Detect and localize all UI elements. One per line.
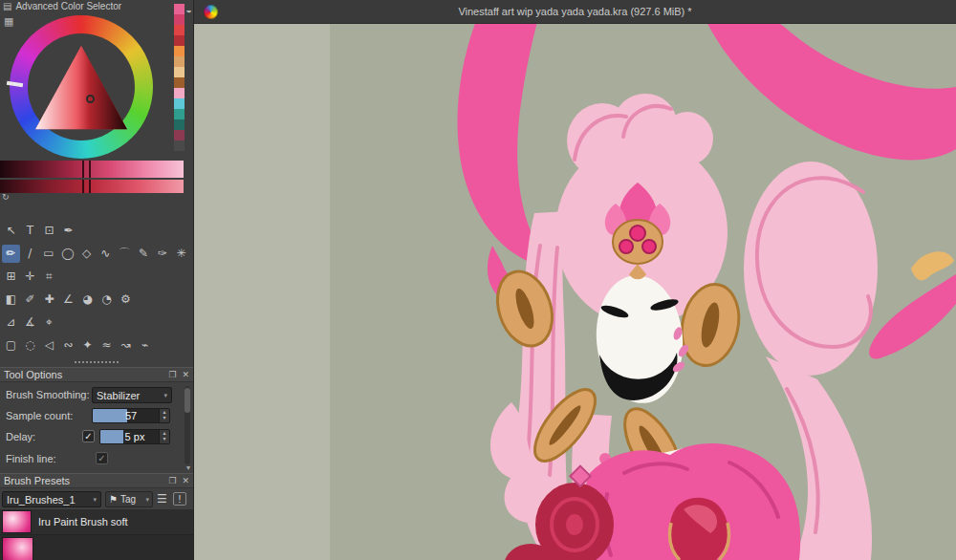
smart-patch-tool[interactable]: ✚ — [40, 291, 58, 309]
rectangle-tool[interactable]: ▭ — [40, 245, 58, 263]
saturation-value-triangle[interactable] — [33, 44, 130, 131]
brush-smoothing-select[interactable]: Stabilizer ▾ — [92, 387, 172, 403]
hue-wheel[interactable] — [10, 15, 153, 159]
shade-selector-icon[interactable]: ◒ — [185, 5, 192, 15]
close-docker-icon[interactable]: ✕ — [182, 371, 189, 379]
calligraphy-tool[interactable]: ✒ — [59, 222, 77, 240]
color-swatch[interactable] — [174, 98, 185, 109]
scroll-down-icon[interactable]: ▾ — [186, 463, 190, 472]
ruler-assistant-tool[interactable]: ∡ — [21, 313, 39, 332]
rectangular-selection-tool[interactable]: ▢ — [2, 336, 20, 355]
spinbox-arrows[interactable]: ▴ ▾ — [159, 409, 169, 422]
color-swatch[interactable] — [174, 4, 185, 14]
brush-collection-select[interactable]: Iru_Brushes_1 ▾ — [2, 491, 101, 507]
spin-down-icon[interactable]: ▾ — [163, 416, 165, 421]
delay-label: Delay: — [6, 429, 35, 445]
color-swatch[interactable] — [174, 77, 185, 88]
sample-count-spinbox[interactable]: 57 ▴ ▾ — [92, 408, 170, 423]
colorize-mask-tool[interactable]: ⚙ — [117, 291, 135, 309]
color-selector-settings-icon[interactable]: ▦ — [4, 16, 13, 27]
color-swatch[interactable] — [174, 46, 185, 56]
spinbox-fill — [100, 430, 123, 443]
color-swatch[interactable] — [174, 109, 185, 119]
artwork — [194, 24, 956, 560]
transform-tool[interactable]: ⊞ — [2, 268, 20, 286]
check-icon: ✓ — [98, 454, 105, 463]
brush-smoothing-label: Brush Smoothing: — [6, 387, 89, 403]
gradient-tool[interactable]: ◧ — [2, 291, 20, 309]
delay-value: 5 px — [125, 431, 145, 442]
hue-marker — [7, 81, 23, 88]
bezier-selection-tool[interactable]: ↝ — [117, 336, 135, 355]
polyline-tool[interactable]: ∿ — [97, 245, 115, 263]
bezier-curve-tool[interactable]: ⌒ — [116, 245, 134, 263]
brush-thumbnail[interactable] — [2, 537, 33, 560]
color-swatch[interactable] — [174, 56, 185, 67]
tool-options-scrollbar[interactable] — [185, 386, 190, 464]
finish-line-checkbox[interactable]: ✓ — [96, 452, 108, 464]
color-history-icon[interactable]: ↻ — [2, 193, 10, 202]
strip-marker — [82, 161, 84, 178]
elliptical-selection-tool[interactable]: ◌ — [21, 336, 39, 355]
check-icon: ✓ — [84, 432, 92, 442]
spinbox-arrows[interactable]: ▴ ▾ — [159, 430, 169, 443]
tool-options-title: Tool Options — [4, 369, 62, 380]
select-shapes-tool[interactable]: ↖ — [2, 222, 20, 240]
float-docker-icon[interactable]: ❐ — [168, 371, 176, 379]
preset-view-menu-icon[interactable]: ☰ — [157, 492, 167, 506]
color-swatch[interactable] — [174, 67, 185, 77]
enclose-fill-tool[interactable]: ◔ — [98, 291, 116, 309]
color-shade-strip-2[interactable] — [0, 180, 184, 193]
tag-label: Tag — [120, 494, 136, 505]
color-swatch-column — [174, 4, 185, 151]
brush-thumbnail — [2, 510, 32, 533]
move-tool[interactable]: ✛ — [21, 268, 39, 286]
panel-splitter[interactable] — [0, 357, 193, 366]
fill-tool[interactable]: ◕ — [78, 291, 97, 309]
assistants-tool[interactable]: ⊿ — [2, 313, 20, 332]
color-shade-strip-1[interactable] — [0, 161, 184, 178]
titlebar[interactable]: Vinestaff art wip yada yada yada.kra (92… — [194, 0, 956, 24]
color-swatch[interactable] — [174, 35, 185, 46]
color-swatch[interactable] — [174, 25, 185, 35]
close-docker-icon[interactable]: ✕ — [182, 477, 189, 485]
similar-color-selection-tool[interactable]: ≈ — [98, 336, 116, 355]
edit-shapes-tool[interactable]: ⊡ — [40, 222, 58, 240]
color-swatch[interactable] — [174, 88, 185, 98]
spinbox-fill — [93, 409, 127, 422]
canvas[interactable] — [194, 24, 956, 560]
brush-presets-header[interactable]: Brush Presets ❐ ✕ — [0, 473, 193, 488]
polygonal-selection-tool[interactable]: ◁ — [40, 336, 58, 355]
float-docker-icon[interactable]: ❐ — [168, 477, 176, 485]
polygon-tool[interactable]: ◇ — [77, 245, 96, 263]
color-swatch[interactable] — [174, 14, 185, 25]
measure-tool[interactable]: ∠ — [59, 291, 77, 309]
brush-smoothing-value: Stabilizer — [97, 390, 140, 401]
ellipse-tool[interactable]: ◯ — [58, 245, 76, 263]
freehand-path-tool[interactable]: ✎ — [135, 245, 153, 263]
tag-filter-button[interactable]: ⚑ Tag ▾ — [105, 491, 153, 507]
scrollbar-thumb[interactable] — [185, 388, 190, 413]
line-tool[interactable]: / — [21, 245, 39, 263]
freehand-selection-tool[interactable]: ∾ — [59, 336, 77, 355]
text-tool[interactable]: T — [21, 222, 39, 240]
color-swatch[interactable] — [174, 130, 185, 140]
bookmark-icon: ⚑ — [109, 494, 118, 505]
preset-display-config-icon[interactable]: ! — [173, 492, 186, 506]
color-swatch[interactable] — [174, 140, 185, 151]
tool-options-header[interactable]: Tool Options ❐ ✕ — [0, 367, 193, 382]
freehand-brush-tool[interactable]: ✏ — [2, 245, 20, 263]
dynamic-brush-tool[interactable]: ✑ — [153, 245, 171, 263]
crop-tool[interactable]: ⌗ — [40, 268, 58, 286]
multibrush-tool[interactable]: ✳ — [172, 245, 190, 263]
delay-checkbox[interactable]: ✓ — [82, 430, 95, 442]
contiguous-selection-tool[interactable]: ✦ — [78, 336, 97, 355]
docker-menu-icon[interactable]: ▤ — [3, 2, 11, 11]
magnetic-selection-tool[interactable]: ⌁ — [136, 336, 154, 355]
color-swatch[interactable] — [174, 119, 185, 130]
brush-preset-item[interactable]: Iru Paint Brush soft — [0, 509, 193, 535]
color-sampler-tool[interactable]: ✐ — [21, 291, 39, 309]
delay-spinbox[interactable]: 5 px ▴ ▾ — [99, 429, 170, 444]
reference-images-tool[interactable]: ⌖ — [40, 313, 58, 332]
spin-down-icon[interactable]: ▾ — [163, 437, 165, 442]
